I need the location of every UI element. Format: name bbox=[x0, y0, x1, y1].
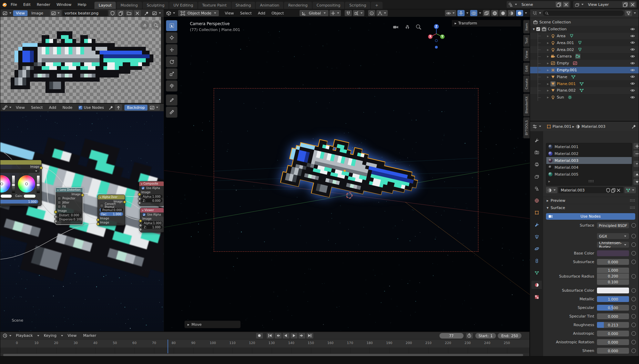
shading-wireframe-button[interactable] bbox=[491, 10, 498, 16]
workspace-tab-texture-paint[interactable]: Texture Paint bbox=[198, 2, 231, 9]
animate-property-button[interactable] bbox=[631, 331, 636, 336]
axis-y[interactable]: Y bbox=[440, 34, 445, 39]
animate-property-button[interactable] bbox=[631, 314, 636, 319]
expand-icon[interactable] bbox=[547, 75, 549, 79]
copy-icon[interactable] bbox=[611, 188, 616, 193]
collection-label[interactable]: Collection bbox=[548, 27, 567, 31]
prev-keyframe-button[interactable] bbox=[275, 333, 282, 339]
pin-icon[interactable] bbox=[109, 105, 114, 110]
object-name[interactable]: Empty bbox=[557, 61, 569, 65]
play-button[interactable] bbox=[291, 333, 297, 339]
sidebar-tab-view[interactable]: View bbox=[523, 48, 530, 62]
outliner-row[interactable]: Plane.002 bbox=[530, 87, 639, 94]
snap-settings-dropdown[interactable] bbox=[353, 10, 364, 16]
tab-tool[interactable] bbox=[531, 136, 542, 144]
remove-view-layer-button[interactable] bbox=[629, 2, 636, 7]
outliner-row[interactable]: Sun bbox=[530, 94, 639, 101]
hide-toggle-eye-icon[interactable] bbox=[630, 95, 635, 100]
workspace-tab-modeling[interactable]: Modeling bbox=[116, 2, 142, 9]
object-name[interactable]: Plane.001 bbox=[557, 82, 576, 86]
material-slot[interactable]: Material.002 bbox=[546, 150, 632, 157]
proportional-edit-toggle[interactable] bbox=[368, 10, 375, 16]
object-name[interactable]: Area.002 bbox=[557, 48, 574, 52]
collapse-icon[interactable] bbox=[100, 196, 101, 199]
node-backdrop[interactable]: Scene Image ain a bbox=[0, 111, 164, 331]
jump-to-end-button[interactable] bbox=[306, 333, 313, 339]
workspace-tab-shading[interactable]: Shading bbox=[232, 2, 255, 9]
image-browse-button[interactable] bbox=[50, 10, 61, 16]
tool-cursor[interactable] bbox=[166, 32, 178, 43]
pivot-dropdown[interactable] bbox=[329, 10, 341, 16]
color-wheel[interactable] bbox=[0, 175, 10, 193]
object-name[interactable]: Area bbox=[557, 34, 566, 38]
fake-user-button[interactable] bbox=[109, 10, 116, 16]
drag-handle[interactable] bbox=[630, 206, 635, 209]
material-slot[interactable]: Material.001 bbox=[546, 143, 632, 150]
z-field[interactable]: Z:1.000 bbox=[142, 225, 162, 229]
value-slider[interactable]: 0.200 bbox=[597, 273, 629, 279]
hide-toggle-eye-icon[interactable] bbox=[630, 54, 635, 59]
object-name[interactable]: Camera bbox=[557, 54, 572, 59]
expand-icon[interactable] bbox=[547, 82, 549, 86]
editor-type-icon[interactable] bbox=[2, 105, 8, 110]
hide-toggle-eye-icon[interactable] bbox=[630, 74, 635, 79]
search-input[interactable] bbox=[543, 10, 624, 16]
view-layer-name[interactable]: View Layer bbox=[585, 2, 621, 7]
node-header[interactable]: Lens Distortion bbox=[55, 188, 83, 192]
tab-constraints[interactable] bbox=[531, 257, 542, 265]
animate-property-button[interactable] bbox=[631, 349, 636, 353]
expand-icon[interactable] bbox=[547, 61, 549, 65]
axis-z-neg[interactable] bbox=[435, 39, 438, 42]
snap-toggle[interactable] bbox=[345, 10, 352, 16]
animate-property-button[interactable] bbox=[631, 288, 636, 293]
frame-end-field[interactable]: End:250 bbox=[498, 333, 521, 339]
animate-property-button[interactable] bbox=[631, 305, 636, 310]
editor-type-icon[interactable] bbox=[166, 11, 171, 16]
node-header[interactable]: Viewer bbox=[140, 208, 164, 212]
tab-physics[interactable] bbox=[531, 245, 542, 253]
z-field[interactable]: Z:0.000 bbox=[141, 199, 162, 202]
animate-property-button[interactable] bbox=[631, 274, 636, 279]
animate-property-button[interactable] bbox=[631, 234, 636, 238]
camera-view-gizmo[interactable] bbox=[393, 24, 399, 30]
distort-field[interactable]: Distort:0.000 bbox=[57, 213, 81, 217]
workspace-tab-layout[interactable]: Layout bbox=[94, 2, 115, 9]
hide-toggle-eye-icon[interactable] bbox=[630, 81, 635, 86]
node-viewer[interactable]: Viewer Use Alpha Image Alpha:1.000 Z:1.0… bbox=[140, 208, 164, 232]
shading-material-button[interactable] bbox=[508, 10, 515, 16]
new-view-layer-button[interactable] bbox=[622, 2, 628, 7]
value-slider[interactable]: 0.000 bbox=[597, 331, 629, 336]
transform-panel-header[interactable]: Transform bbox=[452, 20, 521, 27]
animate-property-button[interactable] bbox=[631, 297, 636, 301]
menu-item-select[interactable]: Select bbox=[237, 10, 254, 16]
tab-scene[interactable] bbox=[531, 184, 542, 193]
transform-orientation-dropdown[interactable]: Global bbox=[300, 10, 328, 16]
outliner-row[interactable]: Empty.001 bbox=[530, 67, 639, 74]
add-workspace-button[interactable]: + bbox=[371, 2, 382, 9]
editor-type-icon[interactable] bbox=[2, 11, 8, 16]
menu-image[interactable]: Image bbox=[29, 10, 46, 16]
menu-item-render[interactable]: Render bbox=[34, 2, 53, 8]
remove-material-slot-button[interactable] bbox=[633, 150, 639, 157]
menu-item-select[interactable]: Select bbox=[28, 105, 45, 111]
tab-view-layer[interactable] bbox=[531, 172, 542, 180]
editor-type-icon[interactable] bbox=[532, 124, 537, 129]
tool-scale[interactable] bbox=[166, 68, 178, 80]
preview-panel-header[interactable]: Preview bbox=[543, 197, 639, 204]
overlays-toggle[interactable] bbox=[470, 10, 477, 16]
menu-marker[interactable]: Marker bbox=[80, 333, 99, 339]
animate-property-button[interactable] bbox=[631, 242, 636, 247]
object-name[interactable]: Plane bbox=[557, 75, 567, 79]
tab-material[interactable] bbox=[531, 281, 542, 289]
record-button[interactable] bbox=[256, 333, 263, 339]
breadcrumb-material[interactable]: Material.003 bbox=[581, 124, 605, 129]
value-slider[interactable]: 0.000 bbox=[597, 339, 629, 345]
color-swatch[interactable] bbox=[597, 288, 629, 293]
axis-x[interactable]: X bbox=[428, 34, 433, 39]
expand-icon[interactable] bbox=[547, 48, 549, 52]
node-header[interactable]: Composite bbox=[139, 181, 164, 186]
sidebar-tab-item[interactable]: Item bbox=[523, 20, 530, 34]
color-swatch[interactable] bbox=[597, 250, 629, 256]
object-name[interactable]: Area.001 bbox=[557, 41, 574, 45]
shield-icon[interactable] bbox=[606, 188, 611, 193]
